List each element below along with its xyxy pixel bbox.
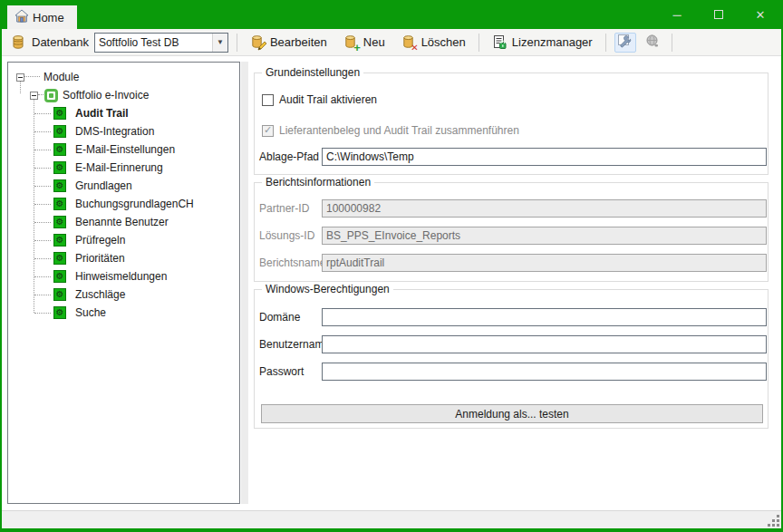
module-tree-panel: Module Softfolio e-Invoice ⚙ Audit Trail: [7, 62, 240, 504]
checkbox-label: Lieferantenbeleg und Audit Trail zusamme…: [279, 124, 519, 137]
tree-item-label: DMS-Integration: [75, 125, 154, 138]
tree-item-label: Benannte Benutzer: [75, 216, 169, 228]
app-window: Home ─ ✕ Datenbank Softfolio Test DB ▼: [0, 0, 783, 532]
new-database-icon: +: [343, 34, 359, 50]
ablage-pfad-row: Ablage-Pfad: [255, 148, 768, 166]
database-icon: [11, 34, 26, 50]
neu-button[interactable]: + Neu: [339, 32, 390, 53]
license-document-icon: [492, 34, 508, 50]
tree-node-module[interactable]: Module: [8, 68, 239, 86]
maximize-button[interactable]: [698, 0, 740, 29]
group-title: Windows-Berechtigungen: [262, 283, 393, 295]
statusbar: [2, 510, 781, 528]
globe-button[interactable]: [642, 33, 663, 53]
tree-item-label: Grundlagen: [75, 179, 132, 192]
tree-item-audit-trail[interactable]: ⚙ Audit Trail: [8, 104, 239, 122]
gear-icon: ⚙: [53, 198, 66, 210]
benutzername-label: Benutzername: [259, 338, 330, 351]
delete-database-icon: ✕: [401, 34, 417, 50]
domaene-row: Domäne: [255, 308, 768, 326]
berichtsname-input: [322, 254, 767, 272]
toolbar: Datenbank Softfolio Test DB ▼: [2, 29, 781, 56]
titlebar: Home ─ ✕: [2, 0, 781, 29]
lieferantenbeleg-checkbox: [262, 125, 274, 137]
lizenzmanager-label: Lizenzmanager: [512, 35, 593, 49]
benutzername-row: Benutzername: [255, 335, 768, 353]
ablage-pfad-input[interactable]: [322, 148, 767, 166]
tree-item-zuschlaege[interactable]: ⚙ Zuschläge: [8, 285, 239, 304]
gear-icon: ⚙: [53, 234, 66, 247]
domaene-label: Domäne: [259, 311, 300, 324]
anmeldung-testen-button[interactable]: Anmeldung als... testen: [261, 404, 763, 423]
passwort-input[interactable]: [322, 363, 767, 381]
gear-icon: ⚙: [53, 288, 66, 301]
loesungs-id-input: [322, 227, 767, 245]
benutzername-input[interactable]: [322, 335, 767, 353]
bearbeiten-button[interactable]: Bearbeiten: [246, 32, 332, 53]
loeschen-button[interactable]: ✕ Löschen: [397, 32, 470, 53]
tree-item-hinweismeldungen[interactable]: ⚙ Hinweismeldungen: [8, 267, 239, 285]
neu-label: Neu: [363, 35, 385, 49]
toolbar-separator: [605, 34, 606, 52]
audit-trail-aktivieren-row: Audit Trail aktivieren: [262, 93, 377, 106]
tree-connector: [34, 186, 51, 187]
database-combobox-value: Softfolio Test DB: [95, 36, 212, 49]
close-icon: ✕: [756, 8, 766, 22]
minimize-button[interactable]: ─: [656, 0, 698, 29]
toolbar-separator: [478, 34, 479, 52]
loeschen-label: Löschen: [421, 35, 466, 49]
database-combobox[interactable]: Softfolio Test DB ▼: [94, 33, 228, 53]
domaene-input[interactable]: [322, 308, 767, 326]
passwort-label: Passwort: [259, 365, 304, 378]
gear-icon: ⚙: [53, 125, 66, 138]
resize-grip-icon[interactable]: [768, 516, 779, 527]
tree-item-pruefregeln[interactable]: ⚙ Prüfregeln: [8, 231, 239, 249]
panel-splitter[interactable]: [241, 62, 248, 504]
edit-database-icon: [250, 34, 266, 50]
collapse-icon[interactable]: [16, 73, 24, 82]
tree-connector: [34, 222, 51, 223]
tree-node-einvoice[interactable]: Softfolio e-Invoice: [8, 86, 239, 104]
tree-item-label: E-Mail-Erinnerung: [75, 161, 163, 174]
tree-connector: [34, 276, 51, 277]
tree-item-label: Zuschläge: [75, 288, 125, 301]
tree-item-email-einstellungen[interactable]: ⚙ E-Mail-Einstellungen: [8, 140, 239, 159]
tools-button[interactable]: [614, 33, 636, 53]
group-berichtsinformationen: Berichtsinformationen Partner-ID Lösungs…: [254, 182, 768, 282]
tree-item-benannte-benutzer[interactable]: ⚙ Benannte Benutzer: [8, 213, 239, 231]
plus-icon: +: [353, 44, 361, 53]
tree-item-suche[interactable]: ⚙ Suche: [8, 304, 239, 322]
gear-icon: ⚙: [53, 143, 66, 156]
group-title: Berichtsinformationen: [262, 176, 374, 189]
tree-connector: [34, 295, 51, 295]
gear-icon: ⚙: [53, 179, 66, 192]
tree-connector: [34, 313, 51, 314]
tree-item-label: Prüfregeln: [75, 234, 125, 247]
group-windows-berechtigungen: Windows-Berechtigungen Domäne Benutzerna…: [254, 289, 768, 429]
loesungs-id-label: Lösungs-ID: [259, 229, 314, 242]
einvoice-module-icon: [44, 89, 58, 102]
combobox-dropdown-button[interactable]: ▼: [212, 34, 227, 52]
tree-item-dms-integration[interactable]: ⚙ DMS-Integration: [8, 122, 239, 140]
tree-item-label: BuchungsgrundlagenCH: [75, 198, 194, 210]
tree-connector: [34, 131, 51, 132]
module-tree: Module Softfolio e-Invoice ⚙ Audit Trail: [8, 63, 239, 322]
window-controls: ─ ✕: [656, 0, 781, 29]
tree-item-email-erinnerung[interactable]: ⚙ E-Mail-Erinnerung: [8, 159, 239, 177]
audit-trail-aktivieren-checkbox[interactable]: [262, 94, 274, 106]
lizenzmanager-button[interactable]: Lizenzmanager: [488, 32, 597, 53]
database-label: Datenbank: [32, 35, 89, 49]
tree-item-prioritaeten[interactable]: ⚙ Prioritäten: [8, 249, 239, 267]
tree-connector: [34, 258, 51, 259]
close-button[interactable]: ✕: [740, 0, 781, 29]
tree-item-grundlagen[interactable]: ⚙ Grundlagen: [8, 177, 239, 195]
tree-item-buchungsgrundlagench[interactable]: ⚙ BuchungsgrundlagenCH: [8, 195, 239, 213]
chevron-down-icon: ▼: [217, 38, 224, 46]
berichtsname-row: Berichtsname: [255, 254, 768, 272]
collapse-icon[interactable]: [30, 92, 38, 100]
tree-node-label: Softfolio e-Invoice: [63, 89, 149, 102]
bearbeiten-label: Bearbeiten: [270, 35, 327, 49]
tab-home[interactable]: Home: [7, 5, 77, 29]
group-grundeinstellungen: Grundeinstellungen Audit Trail aktiviere…: [254, 73, 768, 175]
tree-item-label: E-Mail-Einstellungen: [75, 143, 175, 156]
